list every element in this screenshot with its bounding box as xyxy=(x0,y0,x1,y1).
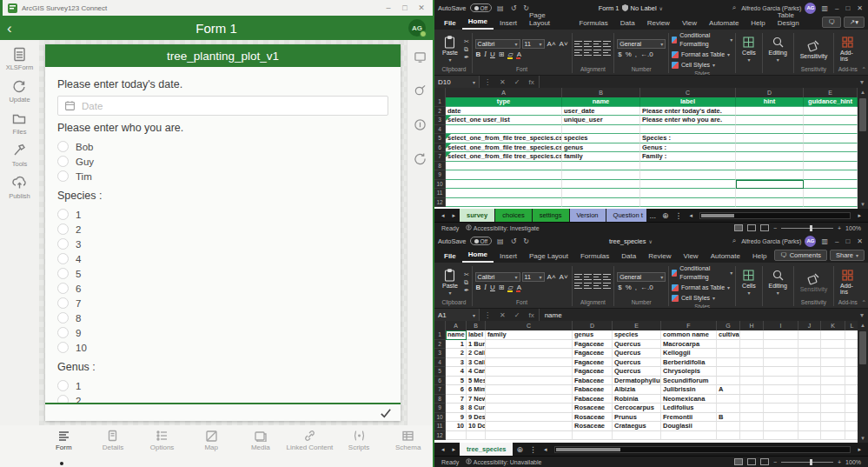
submit-check-icon[interactable] xyxy=(380,408,392,418)
cell-E12[interactable] xyxy=(804,198,858,208)
shrink-font-icon[interactable]: A˅ xyxy=(559,40,569,48)
cell-B8[interactable] xyxy=(562,162,640,171)
ribbon-tab-formulas[interactable]: Formulas xyxy=(574,250,615,263)
cell-B5[interactable]: 4 Canyon Live Oak xyxy=(467,367,486,377)
indent-icon[interactable] xyxy=(574,50,582,57)
cut-icon[interactable]: ✂ xyxy=(464,38,469,44)
accessibility-status[interactable]: Accessibility: Unavailable xyxy=(466,458,541,465)
cell-I12[interactable] xyxy=(764,431,798,441)
cell-A4[interactable]: 3 xyxy=(446,358,467,368)
prev-sheet-icon[interactable]: ◂ xyxy=(438,446,448,453)
new-sheet-icon[interactable]: ⊕ xyxy=(514,445,526,454)
cell-A8[interactable]: 7 xyxy=(446,395,467,404)
page-break-view-icon[interactable] xyxy=(760,224,769,231)
radio-option-genus-1[interactable]: 1 xyxy=(57,378,388,393)
row-header-11[interactable]: 11 xyxy=(434,189,446,198)
cell-A12[interactable] xyxy=(446,198,562,208)
ribbon-tab-file[interactable]: File xyxy=(438,17,462,30)
row-header-3[interactable]: 3 xyxy=(434,116,446,125)
align-icon[interactable] xyxy=(584,41,592,48)
cell-E8[interactable]: Robinia xyxy=(613,395,661,404)
cell-J12[interactable] xyxy=(798,431,821,441)
sheet-tab-survey[interactable]: survey xyxy=(460,209,494,222)
cell-E3[interactable] xyxy=(804,116,858,125)
cell-D12[interactable] xyxy=(736,198,804,208)
cell-K10[interactable] xyxy=(821,413,845,423)
zoom-in-icon[interactable]: + xyxy=(838,225,841,231)
cell-B4[interactable] xyxy=(562,125,640,135)
maximize-icon[interactable]: □ xyxy=(399,2,411,14)
cell-D1[interactable]: genus xyxy=(573,330,613,340)
cell-K7[interactable] xyxy=(821,385,845,395)
cell-H6[interactable] xyxy=(740,377,764,386)
align-icon[interactable] xyxy=(593,41,601,48)
select-all-corner[interactable] xyxy=(434,88,446,97)
row-header-5[interactable]: 5 xyxy=(434,134,446,143)
cell-A6[interactable]: 5 xyxy=(446,377,467,386)
style-button-1[interactable]: Format as Table▾ xyxy=(672,284,732,292)
cell-C12[interactable] xyxy=(486,431,573,441)
insert-function-icon[interactable]: fx xyxy=(524,78,538,86)
row-header-2[interactable]: 2 xyxy=(434,340,446,350)
row-header-2[interactable]: 2 xyxy=(434,107,446,117)
cell-F8[interactable]: Neomexicana xyxy=(661,395,717,404)
percent-format-icon[interactable]: % xyxy=(625,284,633,291)
back-icon[interactable]: ‹ xyxy=(7,21,24,36)
cell-H10[interactable] xyxy=(740,413,764,423)
sidebar-item-xlsform[interactable]: XLSForm xyxy=(6,47,34,71)
cell-A12[interactable] xyxy=(446,431,467,441)
scroll-up-icon[interactable]: ▴ xyxy=(861,88,865,97)
row-header-9[interactable]: 9 xyxy=(434,404,446,413)
cell-B10[interactable] xyxy=(562,180,640,190)
name-box[interactable]: A1▾ xyxy=(434,309,480,321)
cell-C1[interactable]: family xyxy=(486,330,573,340)
cell-D7[interactable] xyxy=(736,152,804,162)
scroll-right-icon[interactable]: ▸ xyxy=(854,212,865,219)
cell-C11[interactable] xyxy=(486,422,573,431)
sidebar-item-publish[interactable]: Publish xyxy=(9,176,30,200)
cell-I1[interactable] xyxy=(764,330,798,340)
cell-J4[interactable] xyxy=(798,358,821,368)
align-icon[interactable] xyxy=(593,274,601,281)
normal-view-icon[interactable] xyxy=(734,224,743,231)
cell-E4[interactable] xyxy=(804,125,858,135)
cell-C7[interactable]: Family : xyxy=(640,152,736,162)
radio-circle-icon[interactable] xyxy=(57,297,69,309)
cell-F4[interactable]: Berberidifolia xyxy=(661,358,717,368)
column-header-C[interactable]: C xyxy=(486,321,573,330)
radio-circle-icon[interactable] xyxy=(57,312,69,324)
ribbon-tab-insert[interactable]: Insert xyxy=(494,17,523,30)
avatar[interactable]: AG xyxy=(408,19,426,37)
format-painter-icon[interactable]: ✒ xyxy=(464,54,469,60)
accessibility-status[interactable]: Accessibility: Investigate xyxy=(466,224,539,231)
cell-E5[interactable]: Quercus xyxy=(613,367,661,377)
comments-button[interactable]: 🗨Comments xyxy=(774,250,827,261)
cell-J9[interactable] xyxy=(798,404,821,413)
cell-A1[interactable]: name xyxy=(446,330,467,340)
radio-circle-icon[interactable] xyxy=(57,283,69,294)
cell-D10[interactable]: Rosaceae xyxy=(573,413,613,423)
cell-B9[interactable] xyxy=(562,170,640,180)
sidebar-item-files[interactable]: Files xyxy=(12,111,27,136)
cancel-icon[interactable]: ✕ xyxy=(495,311,510,319)
cell-C12[interactable] xyxy=(640,198,736,208)
number-format-select[interactable]: General▾ xyxy=(617,39,666,49)
ribbon-tab-file[interactable]: File xyxy=(438,250,462,263)
cell-H8[interactable] xyxy=(740,395,764,404)
cell-B4[interactable]: 3 California Scrub Oak xyxy=(467,358,486,368)
cell-I8[interactable] xyxy=(764,395,798,404)
scroll-left-icon[interactable]: ◂ xyxy=(540,446,551,453)
zoom-out-icon[interactable]: − xyxy=(773,459,777,465)
cell-C10[interactable] xyxy=(640,180,736,190)
cell-I6[interactable] xyxy=(764,377,798,386)
cell-H2[interactable] xyxy=(740,340,764,350)
style-button-2[interactable]: Cell Styles▾ xyxy=(672,294,732,303)
cell-A1[interactable]: type xyxy=(446,97,562,107)
zoom-slider[interactable] xyxy=(781,462,833,463)
cell-F6[interactable]: Secundiflorum xyxy=(661,377,717,386)
cell-E9[interactable]: Cercocarpus xyxy=(613,404,661,413)
horizontal-scrollbar[interactable] xyxy=(699,212,851,219)
cell-D10[interactable] xyxy=(736,180,804,190)
cell-A2[interactable]: date xyxy=(446,107,562,117)
column-header-B[interactable]: B xyxy=(467,321,486,330)
